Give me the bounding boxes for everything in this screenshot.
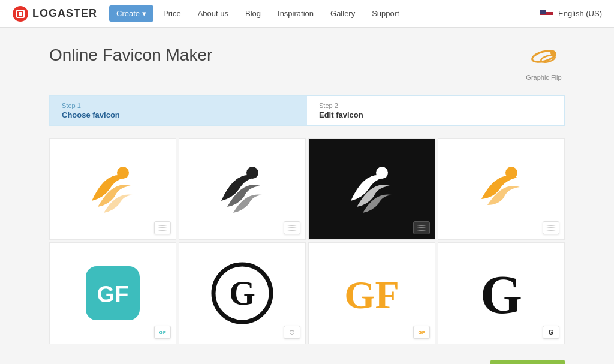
favicon-badge-2 [284, 221, 300, 234]
favicon-card-7[interactable]: GF GF [308, 242, 435, 344]
language-label: English (US) [558, 9, 602, 18]
svg-rect-9 [540, 16, 553, 17]
nav-blog[interactable]: Blog [238, 5, 268, 22]
favicon-5-logo: GF [83, 263, 143, 323]
brand-name: LOGASTER [32, 7, 97, 20]
favicon-6-logo: G [209, 260, 275, 326]
favicon-card-4[interactable] [438, 138, 565, 240]
favicon-card-3[interactable] [308, 138, 435, 240]
graphic-flip-label: Graphic Flip [526, 74, 561, 81]
logaster-icon [12, 5, 29, 22]
favicon-2-logo [209, 156, 275, 222]
step-2-label: Edit favicon [319, 110, 552, 119]
step-2-num: Step 2 [319, 102, 552, 109]
svg-rect-2 [19, 12, 22, 16]
svg-point-13 [540, 54, 556, 64]
navbar: LOGASTER Create ▾ Price About us Blog In… [0, 0, 614, 28]
nav-language[interactable]: English (US) [540, 9, 602, 18]
next-button[interactable]: NEXT [490, 360, 565, 364]
nav-about[interactable]: About us [191, 5, 236, 22]
create-button[interactable]: Create ▾ [109, 5, 154, 22]
favicon-badge-8: G [543, 326, 559, 339]
favicon-card-5[interactable]: GF GF [49, 242, 176, 344]
svg-point-14 [550, 50, 555, 55]
favicon-grid: GF GF G © GF GF [49, 138, 565, 344]
favicon-card-1[interactable] [49, 138, 176, 240]
svg-rect-7 [540, 14, 553, 14]
svg-text:GF: GF [344, 273, 399, 317]
favicon-8-logo: G [468, 260, 534, 326]
graphic-flip-logo: Graphic Flip [523, 46, 565, 81]
pagination-bar: 1 2 3 4 5 6 7 8 9 10 Next > NEXT [49, 354, 565, 364]
graphic-flip-image [523, 46, 565, 73]
nav-support[interactable]: Support [365, 5, 407, 22]
nav-gallery[interactable]: Gallery [323, 5, 362, 22]
step-1[interactable]: Step 1 Choose favicon [50, 96, 307, 125]
favicon-badge-7: GF [413, 326, 430, 339]
favicon-badge-5: GF [154, 326, 171, 339]
favicon-card-2[interactable] [179, 138, 306, 240]
favicon-4-logo [468, 156, 534, 222]
steps-bar: Step 1 Choose favicon Step 2 Edit favico… [49, 95, 565, 126]
favicon-badge-4 [543, 221, 559, 234]
favicon-badge-6: © [284, 326, 300, 339]
favicon-7-logo: GF [339, 266, 405, 320]
svg-rect-11 [540, 10, 546, 14]
step-2[interactable]: Step 2 Edit favicon [307, 96, 564, 125]
nav-price[interactable]: Price [156, 5, 188, 22]
nav-inspiration[interactable]: Inspiration [270, 5, 321, 22]
favicon-badge-1 [154, 221, 171, 234]
page-header: Online Favicon Maker Graphic Flip [49, 46, 565, 81]
favicon-1-logo [80, 156, 146, 222]
svg-rect-8 [540, 15, 553, 16]
page-title: Online Favicon Maker [49, 46, 212, 65]
favicon-badge-3 [413, 221, 430, 234]
svg-text:GF: GF [97, 282, 129, 307]
step-1-label: Choose favicon [62, 110, 295, 119]
nav-links: Create ▾ Price About us Blog Inspiration… [109, 5, 540, 22]
favicon-3-logo [339, 156, 405, 222]
favicon-card-6[interactable]: G © [179, 242, 306, 344]
favicon-card-8[interactable]: G G [438, 242, 565, 344]
brand-logo[interactable]: LOGASTER [12, 5, 97, 22]
svg-text:G: G [229, 275, 255, 312]
flag-icon [540, 10, 553, 18]
svg-rect-10 [540, 17, 553, 18]
step-1-num: Step 1 [62, 102, 295, 109]
main-content: Online Favicon Maker Graphic Flip Step 1… [37, 28, 577, 364]
svg-text:G: G [480, 265, 522, 324]
